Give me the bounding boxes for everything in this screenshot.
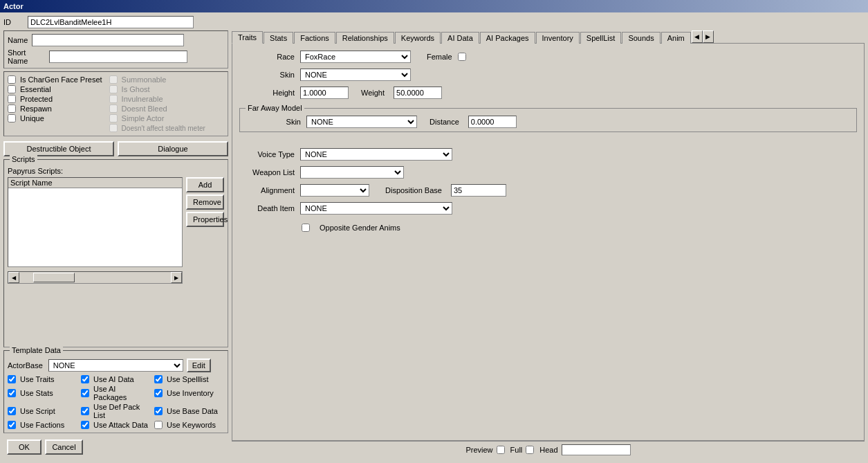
use-traits-label: Use Traits bbox=[20, 375, 55, 383]
scripts-scrollbar[interactable]: ◀ ▶ bbox=[8, 271, 183, 284]
use-defpacklist-row: Use Def Pack List bbox=[81, 403, 151, 419]
disposition-base-input[interactable] bbox=[451, 184, 506, 197]
tab-factions[interactable]: Factions bbox=[294, 32, 335, 44]
height-input[interactable] bbox=[300, 87, 349, 99]
use-basedata-checkbox[interactable] bbox=[154, 407, 163, 415]
use-defpacklist-label: Use Def Pack List bbox=[93, 403, 151, 419]
preview-box bbox=[562, 444, 631, 455]
use-inventory-label: Use Inventory bbox=[167, 389, 214, 397]
use-inventory-checkbox[interactable] bbox=[154, 389, 163, 397]
distance-input[interactable] bbox=[468, 116, 517, 128]
properties-script-button[interactable]: Properties bbox=[186, 212, 224, 227]
full-label: Full bbox=[510, 446, 523, 454]
opposite-gender-anims-label: Opposite Gender Anims bbox=[320, 224, 400, 232]
scripts-list-header: Script Name bbox=[8, 178, 182, 188]
scripts-list[interactable]: Script Name bbox=[8, 177, 183, 267]
respawn-checkbox[interactable] bbox=[8, 105, 16, 113]
use-attackdata-label: Use Attack Data bbox=[93, 421, 148, 429]
stealthmeter-checkbox bbox=[109, 124, 118, 132]
head-checkbox[interactable] bbox=[526, 446, 534, 454]
weapon-list-label: Weapon List bbox=[239, 168, 295, 176]
use-script-row: Use Script bbox=[8, 403, 77, 419]
tab-sounds[interactable]: Sounds bbox=[622, 32, 660, 44]
use-spelllist-checkbox[interactable] bbox=[154, 375, 163, 383]
summonable-row: Summonable bbox=[109, 75, 205, 84]
use-script-checkbox[interactable] bbox=[8, 407, 16, 415]
race-select[interactable]: FoxRace bbox=[300, 51, 411, 63]
tab-aipackages[interactable]: AI Packages bbox=[480, 32, 535, 44]
opposite-gender-anims-checkbox[interactable] bbox=[302, 224, 310, 232]
cancel-button[interactable]: Cancel bbox=[45, 439, 83, 455]
remove-script-button[interactable]: Remove bbox=[186, 194, 224, 210]
scroll-thumb[interactable] bbox=[33, 273, 75, 282]
dialogue-button[interactable]: Dialogue bbox=[118, 141, 228, 156]
doesntbleed-label: Doesnt Bleed bbox=[122, 105, 167, 113]
template-data-label: Template Data bbox=[10, 346, 63, 354]
weapon-list-select[interactable] bbox=[300, 166, 404, 179]
add-script-button[interactable]: Add bbox=[186, 177, 224, 192]
ok-button[interactable]: OK bbox=[7, 439, 41, 455]
unique-checkbox[interactable] bbox=[8, 114, 16, 122]
short-name-label: ShortName bbox=[8, 48, 46, 65]
scroll-left-arrow[interactable]: ◀ bbox=[8, 272, 19, 283]
simpleactor-checkbox bbox=[109, 114, 118, 122]
use-keywords-checkbox[interactable] bbox=[154, 421, 163, 429]
use-keywords-label: Use Keywords bbox=[167, 421, 216, 429]
use-aipackages-label: Use AI Packages bbox=[93, 385, 151, 401]
use-spelllist-label: Use Spelllist bbox=[167, 375, 209, 383]
tab-anim[interactable]: Anim bbox=[661, 32, 691, 44]
tab-spelllist[interactable]: SpellList bbox=[580, 32, 622, 44]
name-input[interactable] bbox=[32, 34, 184, 46]
use-defpacklist-checkbox[interactable] bbox=[81, 407, 89, 415]
use-stats-label: Use Stats bbox=[20, 389, 53, 397]
alignment-select[interactable] bbox=[300, 184, 369, 197]
invulnerable-checkbox bbox=[109, 95, 118, 103]
use-aipackages-checkbox[interactable] bbox=[81, 389, 89, 397]
height-label: Height bbox=[239, 89, 295, 97]
actorbase-select[interactable]: NONE bbox=[48, 359, 183, 372]
tab-stats[interactable]: Stats bbox=[264, 32, 293, 44]
tab-keywords[interactable]: Keywords bbox=[395, 32, 441, 44]
use-attackdata-checkbox[interactable] bbox=[81, 421, 89, 429]
protected-row: Protected bbox=[8, 95, 102, 103]
tab-traits[interactable]: Traits bbox=[232, 31, 263, 44]
isghost-row: Is Ghost bbox=[109, 85, 205, 93]
tab-bar: Traits Stats Factions Relationships Keyw… bbox=[232, 30, 865, 44]
use-spelllist-row: Use Spelllist bbox=[154, 375, 224, 383]
doesntbleed-row: Doesnt Bleed bbox=[109, 105, 205, 113]
isghost-label: Is Ghost bbox=[122, 85, 150, 93]
death-item-label: Death Item bbox=[239, 204, 295, 212]
essential-checkbox[interactable] bbox=[8, 85, 16, 93]
female-checkbox[interactable] bbox=[458, 53, 466, 61]
summonable-checkbox bbox=[109, 75, 118, 84]
voice-type-label: Voice Type bbox=[239, 150, 295, 158]
weight-input[interactable] bbox=[394, 87, 442, 99]
tab-aidata[interactable]: AI Data bbox=[441, 32, 479, 44]
use-aidata-checkbox[interactable] bbox=[81, 375, 89, 383]
death-item-select[interactable]: NONE bbox=[300, 202, 452, 215]
tab-inventory[interactable]: Inventory bbox=[536, 32, 580, 44]
use-basedata-label: Use Base Data bbox=[167, 407, 218, 415]
papyrus-scripts-label: Papyrus Scripts: bbox=[8, 167, 224, 175]
tab-relationships[interactable]: Relationships bbox=[336, 32, 394, 44]
use-stats-checkbox[interactable] bbox=[8, 389, 16, 397]
actorbase-edit-button[interactable]: Edit bbox=[187, 358, 211, 372]
preview-bar: Preview Full Head bbox=[232, 441, 865, 458]
use-traits-checkbox[interactable] bbox=[8, 375, 16, 383]
use-factions-row: Use Factions bbox=[8, 421, 77, 429]
use-factions-checkbox[interactable] bbox=[8, 421, 16, 429]
skin-select[interactable]: NONE bbox=[300, 69, 411, 81]
full-checkbox[interactable] bbox=[497, 446, 505, 454]
short-name-input[interactable] bbox=[49, 51, 187, 63]
scroll-right-arrow[interactable]: ▶ bbox=[171, 272, 182, 283]
voice-type-select[interactable]: NONE bbox=[300, 148, 452, 161]
id-input[interactable] bbox=[28, 16, 194, 28]
tab-scroll-left[interactable]: ◀ bbox=[692, 30, 703, 43]
use-keywords-row: Use Keywords bbox=[154, 421, 224, 429]
far-skin-select[interactable]: NONE bbox=[306, 116, 417, 128]
tab-scroll-right[interactable]: ▶ bbox=[703, 30, 714, 43]
far-away-model-label: Far Away Model bbox=[246, 104, 304, 112]
protected-checkbox[interactable] bbox=[8, 95, 16, 103]
chargen-face-preset-checkbox[interactable] bbox=[8, 75, 16, 84]
destructible-object-button[interactable]: Destructible Object bbox=[3, 141, 114, 156]
